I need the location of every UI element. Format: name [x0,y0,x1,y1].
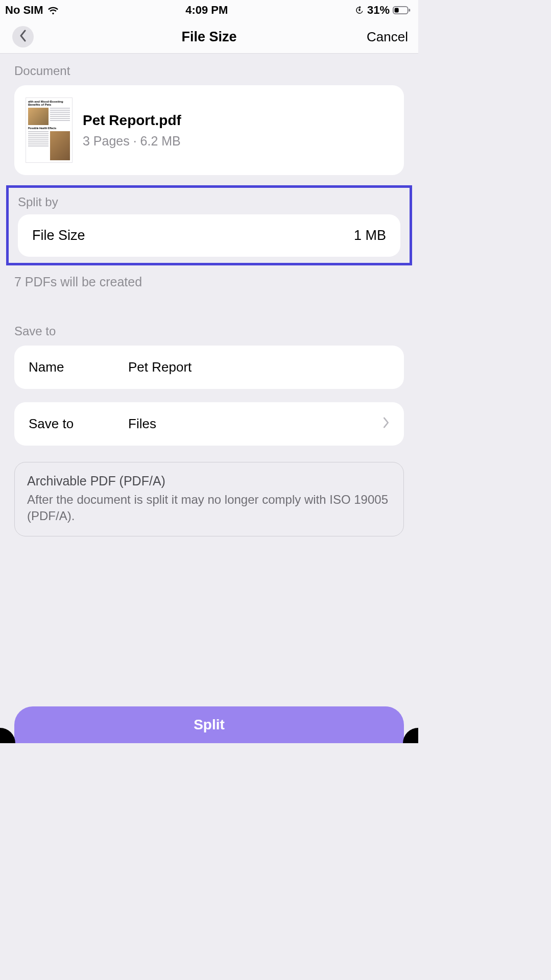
split-by-card: File Size 1 MB [18,214,400,257]
device-corner [403,728,418,743]
save-dest-value: Files [128,416,382,432]
svg-rect-3 [409,9,410,11]
save-name-key: Name [29,359,128,375]
split-result-hint: 7 PDFs will be created [0,268,418,289]
thumb-section: Possible Health Effects [28,127,70,130]
document-meta: Pet Report.pdf 3 Pages · 6.2 MB [83,112,181,149]
thumb-headline: alth and Mood-Boosting Benefits of Pets [28,100,70,106]
section-label-document: Document [0,54,418,85]
save-name-row[interactable]: Name Pet Report [14,346,404,389]
pdfa-notice: Archivable PDF (PDF/A) After the documen… [14,462,404,536]
svg-rect-2 [395,8,399,13]
battery-icon [393,6,411,15]
save-name-value[interactable]: Pet Report [128,359,390,375]
save-dest-row[interactable]: Save to Files [14,402,404,446]
split-by-value: 1 MB [354,228,386,243]
battery-percent: 31% [367,4,390,17]
nav-bar: File Size Cancel [0,20,418,54]
sim-status: No SIM [5,4,43,17]
document-thumbnail: alth and Mood-Boosting Benefits of Pets … [26,97,73,163]
page-title: File Size [181,29,236,45]
split-by-highlight: Split by File Size 1 MB [6,185,412,265]
status-left: No SIM [5,4,59,17]
document-name: Pet Report.pdf [83,112,181,129]
wifi-icon [47,6,59,15]
document-card[interactable]: alth and Mood-Boosting Benefits of Pets … [14,85,404,175]
document-subtitle: 3 Pages · 6.2 MB [83,134,181,149]
split-button[interactable]: Split [14,706,404,743]
back-button[interactable] [12,26,34,47]
section-label-splitby: Split by [9,188,410,214]
clock: 4:09 PM [185,4,228,17]
cancel-button[interactable]: Cancel [367,29,408,45]
svg-rect-0 [358,9,360,11]
save-dest-card: Save to Files [14,402,404,446]
pdfa-notice-body: After the document is split it may no lo… [27,492,391,525]
status-right: 31% [355,4,411,17]
pdfa-notice-title: Archivable PDF (PDF/A) [27,474,391,488]
status-bar: No SIM 4:09 PM 31% [0,0,418,20]
device-corner [0,728,15,743]
orientation-lock-icon [355,6,364,15]
save-name-card: Name Pet Report [14,346,404,389]
save-dest-key: Save to [29,416,128,432]
split-by-row[interactable]: File Size 1 MB [18,214,400,257]
split-by-key: File Size [32,228,85,243]
section-label-saveto: Save to [0,314,418,346]
chevron-right-icon [382,416,390,432]
chevron-left-icon [19,30,27,44]
